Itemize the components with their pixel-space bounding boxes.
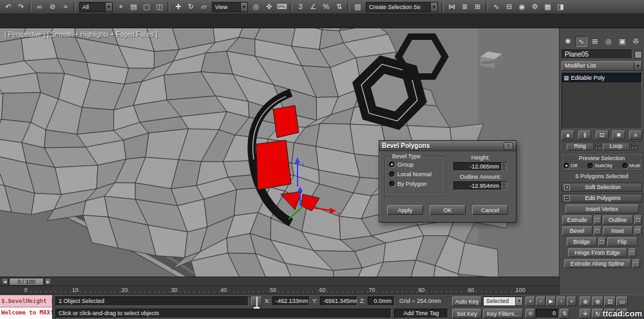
flip-button[interactable]: Flip [607, 237, 638, 246]
x-coord-field[interactable]: -462.133mm [272, 296, 310, 306]
extrude-along-spline-settings-button[interactable]: □ [632, 259, 640, 268]
add-time-tag[interactable]: Add Time Tag [394, 309, 448, 318]
zoom-region-icon[interactable]: ▭ [616, 296, 628, 306]
hinge-from-edge-button[interactable]: Hinge From Edge [568, 248, 627, 257]
insert-vertex-button[interactable]: Insert Vertex [565, 205, 639, 214]
inset-button[interactable]: Inset [603, 226, 633, 235]
object-color-swatch[interactable] [634, 51, 642, 59]
select-and-manipulate-icon[interactable]: ✜ [263, 1, 275, 13]
time-slider-prev-icon[interactable]: ◀ [1, 278, 8, 286]
preview-subobj-radio[interactable]: SubObj [587, 163, 612, 169]
soft-selection-rollout[interactable]: + Soft Selection [562, 183, 642, 192]
select-and-move-icon[interactable]: ✚ [172, 1, 184, 13]
tab-hierarchy-icon[interactable]: ⊞ [589, 36, 601, 47]
selection-filter-dropdown[interactable]: All▼ [79, 2, 113, 12]
dialog-title-bar[interactable]: Bevel Polygons ✕ [379, 141, 516, 151]
track-bar-ruler[interactable]: 0102030405060708090100 [0, 286, 559, 295]
select-and-link-icon[interactable]: ∞ [33, 1, 46, 13]
preview-multi-radio[interactable]: Multi [622, 163, 640, 169]
time-slider-track[interactable]: ◀ 0 / 100 ▶ [0, 277, 559, 286]
use-pivot-point-center-icon[interactable]: ◎ [250, 1, 262, 13]
modifier-list-dropdown[interactable]: Modifier List ▼ [562, 61, 642, 71]
outline-amount-spinner[interactable]: ▲▼ [500, 182, 507, 190]
inset-settings-button[interactable]: □ [634, 226, 642, 235]
tab-modify-icon[interactable]: ∿ [575, 36, 587, 47]
edit-named-selection-sets-icon[interactable]: ▥ [352, 1, 364, 13]
apply-button[interactable]: Apply [387, 205, 423, 215]
angle-snap-icon[interactable]: ∠ [307, 1, 319, 13]
modifier-stack[interactable]: ▦ Editable Poly [562, 73, 642, 129]
key-filters-button[interactable]: Key Filters... [483, 309, 523, 318]
unlink-selection-icon[interactable]: ⊘ [46, 1, 59, 13]
outline-settings-button[interactable]: □ [634, 215, 642, 224]
spinner-snap-icon[interactable]: ⇅ [333, 1, 345, 13]
show-end-result-icon[interactable]: ≬ [578, 131, 591, 140]
set-key-button[interactable]: Set Key [452, 309, 482, 318]
listener-macro-line[interactable]: $.bevelHeight : [0, 295, 52, 307]
tab-create-icon[interactable]: ✱ [562, 36, 574, 47]
edit-polygons-rollout[interactable]: − Edit Polygons [562, 194, 642, 203]
hinge-settings-button[interactable]: □ [629, 248, 636, 257]
outline-button[interactable]: Outline [603, 215, 633, 224]
radio-local-normal[interactable] [389, 171, 395, 177]
previous-frame-icon[interactable]: ‹ [536, 296, 545, 306]
object-name-field[interactable]: Plane05 [562, 50, 632, 59]
time-slider-next-icon[interactable]: ▶ [44, 278, 52, 286]
remove-modifier-icon[interactable]: ✖ [612, 131, 625, 140]
bridge-settings-button[interactable]: □ [598, 237, 606, 246]
bevel-type-option-group[interactable]: Group [389, 160, 442, 169]
redo-icon[interactable]: ↷ [15, 1, 27, 13]
pin-stack-icon[interactable]: ∎ [562, 131, 574, 140]
align-icon[interactable]: ≣ [459, 1, 471, 13]
key-mode-toggle-icon[interactable]: ⊙ [526, 309, 535, 318]
bevel-type-option-local-normal[interactable]: Local Normal [389, 169, 442, 179]
z-coord-field[interactable]: 0.0mm [368, 296, 395, 306]
tab-display-icon[interactable]: ▣ [616, 36, 629, 47]
keyboard-shortcut-override-icon[interactable]: ⌨ [276, 1, 288, 13]
zoom-all-icon[interactable]: ⊛ [592, 296, 603, 306]
tab-motion-icon[interactable]: ◎ [603, 36, 615, 47]
snaps-toggle-icon[interactable]: 3 [294, 1, 307, 13]
next-frame-icon[interactable]: › [556, 296, 566, 306]
radio-by-polygon[interactable] [389, 181, 395, 187]
extrude-along-spline-button[interactable]: Extrude Along Spline [564, 259, 631, 268]
close-icon[interactable]: ✕ [504, 142, 513, 150]
ring-button[interactable]: Ring [567, 143, 594, 150]
bridge-button[interactable]: Bridge [567, 237, 597, 246]
bevel-settings-button[interactable]: □ [594, 226, 601, 235]
extrude-settings-button[interactable]: □ [594, 215, 601, 224]
select-object-icon[interactable]: ⌖ [115, 1, 127, 13]
go-to-start-icon[interactable]: « [526, 296, 535, 306]
rectangular-selection-region-icon[interactable]: ▢ [140, 1, 153, 13]
outline-amount-value[interactable]: -12.954mm [454, 182, 500, 190]
collapse-icon[interactable]: − [564, 196, 570, 201]
mirror-icon[interactable]: ⋈ [446, 1, 458, 13]
height-field[interactable]: -12.065mm ▲▼ [453, 162, 507, 171]
bind-to-space-warp-icon[interactable]: ≈ [59, 1, 71, 13]
orbit-icon[interactable]: ↻ [592, 309, 603, 318]
rendered-frame-window-icon[interactable]: ▦ [542, 1, 554, 13]
render-setup-icon[interactable]: ⚙ [529, 1, 541, 13]
current-frame-field[interactable]: 0 [536, 309, 559, 318]
auto-key-button[interactable]: Auto Key [452, 296, 482, 306]
height-spinner[interactable]: ▲▼ [500, 163, 507, 170]
loop-spinner[interactable]: ▲▼ [631, 143, 638, 150]
select-by-name-icon[interactable]: ▤ [128, 1, 140, 13]
schematic-view-icon[interactable]: ⊟ [503, 1, 515, 13]
named-selection-sets-dropdown[interactable]: Create Selection Se▼ [366, 2, 438, 12]
time-spinner-icon[interactable]: ⇅ [560, 309, 569, 318]
outline-amount-field[interactable]: -12.954mm ▲▼ [453, 181, 507, 190]
layer-manager-icon[interactable]: ⊞ [471, 1, 484, 13]
curve-editor-icon[interactable]: ∿ [490, 1, 502, 13]
y-coord-field[interactable]: -6561.345mm [320, 296, 357, 306]
extrude-button[interactable]: Extrude [562, 215, 592, 224]
render-production-icon[interactable]: ◨ [554, 1, 567, 13]
preview-off-radio[interactable]: Off [564, 163, 578, 169]
percent-snap-icon[interactable]: % [320, 1, 332, 13]
pan-icon[interactable]: ✛ [580, 309, 591, 318]
make-unique-icon[interactable]: ⊡ [596, 131, 609, 140]
expand-icon[interactable]: + [564, 185, 570, 190]
zoom-extents-icon[interactable]: ⊡ [604, 296, 616, 306]
listener-output-line[interactable]: Welcome to MAX! [0, 307, 52, 319]
loop-button[interactable]: Loop [603, 143, 630, 150]
